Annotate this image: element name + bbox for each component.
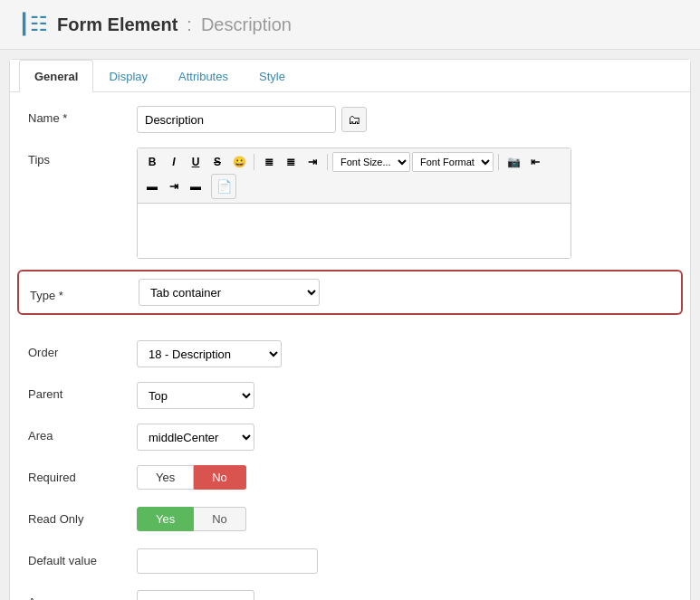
rte-ul-button[interactable]: ≣	[259, 152, 279, 172]
area-row: Area middleCenter	[28, 424, 672, 452]
tab-general[interactable]: General	[19, 60, 93, 92]
form-element-icon: ┃☷	[18, 13, 48, 36]
area-field-wrap: middleCenter	[137, 424, 672, 451]
tips-row: Tips B I U S 😀 ≣ ≣ ⇥	[28, 148, 672, 259]
rte-align-center-button[interactable]: ▬	[142, 176, 162, 196]
rte-indent-button[interactable]: ⇥	[302, 152, 322, 172]
tab-style[interactable]: Style	[244, 60, 301, 92]
area-select[interactable]: middleCenter	[137, 424, 254, 451]
name-input[interactable]	[137, 106, 336, 133]
tab-attributes[interactable]: Attributes	[163, 60, 244, 92]
tabs-bar: General Display Attributes Style	[10, 60, 690, 92]
area-label: Area	[28, 424, 137, 443]
readonly-yes-button[interactable]: Yes	[137, 507, 194, 531]
rte-ol-button[interactable]: ≣	[281, 152, 301, 172]
access-label: Access	[28, 590, 137, 600]
type-field-wrap: Tab container Text Number Date Checkbox	[139, 279, 670, 306]
access-select[interactable]: All Users	[137, 590, 254, 600]
parent-row: Parent Top	[28, 382, 672, 411]
access-field-wrap: All Users	[137, 590, 672, 600]
rte-align-justify-button[interactable]: ▬	[186, 176, 206, 196]
rte-source-button[interactable]: 📄	[211, 174, 236, 199]
readonly-row: Read Only Yes No	[28, 507, 672, 536]
required-field-wrap: Yes No	[137, 465, 672, 490]
page-header: ┃☷ Form Element : Description	[0, 0, 700, 50]
rte-fontsize-select[interactable]: Font Size...	[332, 152, 410, 172]
type-row-outer: Type * Tab container Text Number Date Ch…	[28, 270, 672, 340]
rte-body[interactable]	[138, 204, 571, 258]
type-select[interactable]: Tab container Text Number Date Checkbox	[139, 279, 320, 306]
form-body: Name * 🗂 Tips B I U	[10, 92, 690, 600]
tab-display[interactable]: Display	[93, 60, 163, 92]
rte-toolbar: B I U S 😀 ≣ ≣ ⇥ Font Size...	[138, 148, 571, 204]
readonly-field-wrap: Yes No	[137, 507, 672, 531]
parent-field-wrap: Top	[137, 382, 672, 409]
order-field-wrap: 18 - Description	[137, 340, 672, 367]
page-wrapper: ┃☷ Form Element : Description General Di…	[0, 0, 700, 600]
rte-separator-1	[254, 154, 254, 170]
page-title-light: Description	[201, 14, 292, 35]
name-row: Name * 🗂	[28, 106, 672, 135]
readonly-label: Read Only	[28, 507, 137, 526]
parent-label: Parent	[28, 382, 137, 401]
source-icon: 📄	[216, 179, 232, 194]
required-toggle-group: Yes No	[137, 465, 672, 490]
rte-strikethrough-button[interactable]: S	[207, 152, 227, 172]
default-value-label: Default value	[28, 548, 137, 567]
rte-smiley-button[interactable]: 😀	[229, 152, 249, 172]
name-translate-button[interactable]: 🗂	[341, 107, 367, 132]
type-label: Type *	[30, 283, 139, 302]
order-row: Order 18 - Description	[28, 340, 672, 369]
content-area: General Display Attributes Style Name * …	[9, 59, 691, 600]
tips-field-wrap: B I U S 😀 ≣ ≣ ⇥ Font Size...	[137, 148, 672, 259]
translate-icon: 🗂	[348, 112, 360, 127]
required-row: Required Yes No	[28, 465, 672, 494]
default-value-field-wrap	[137, 548, 672, 574]
rte-underline-button[interactable]: U	[186, 152, 206, 172]
tips-label: Tips	[28, 148, 137, 167]
rte-bold-button[interactable]: B	[142, 152, 162, 172]
readonly-toggle-group: Yes No	[137, 507, 672, 531]
required-no-button[interactable]: No	[194, 465, 246, 490]
access-row: Access All Users	[28, 590, 672, 600]
page-title-separator: :	[187, 14, 192, 35]
rte-image-button[interactable]: 📷	[503, 152, 523, 172]
name-label: Name *	[28, 106, 137, 125]
default-value-input[interactable]	[137, 548, 318, 574]
order-select[interactable]: 18 - Description	[137, 340, 282, 367]
rte-container: B I U S 😀 ≣ ≣ ⇥ Font Size...	[137, 148, 571, 259]
rte-italic-button[interactable]: I	[164, 152, 184, 172]
rte-align-left-button[interactable]: ⇤	[525, 152, 545, 172]
required-yes-button[interactable]: Yes	[137, 465, 194, 490]
page-title-bold: Form Element	[57, 14, 177, 35]
default-value-row: Default value	[28, 548, 672, 577]
readonly-no-button[interactable]: No	[194, 507, 246, 531]
type-row-highlight: Type * Tab container Text Number Date Ch…	[17, 270, 683, 315]
name-field-wrap: 🗂	[137, 106, 672, 133]
rte-separator-2	[327, 154, 328, 170]
order-label: Order	[28, 340, 137, 359]
required-label: Required	[28, 465, 137, 484]
parent-select[interactable]: Top	[137, 382, 254, 409]
rte-separator-3	[498, 154, 499, 170]
rte-align-right-button[interactable]: ⇥	[164, 176, 184, 196]
rte-fontformat-select[interactable]: Font Format	[412, 152, 494, 172]
